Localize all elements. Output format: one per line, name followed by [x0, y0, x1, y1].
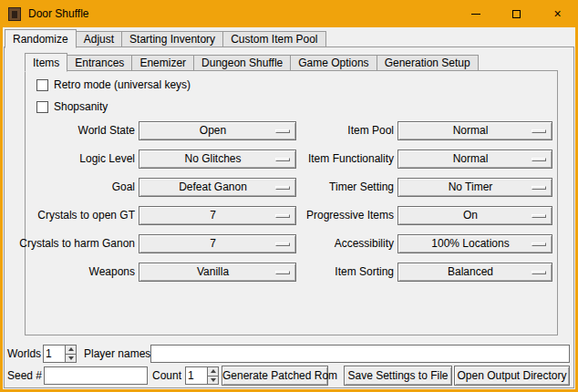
tab-game-options[interactable]: Game Options: [290, 55, 377, 71]
dropdown-indicator-icon: [532, 158, 546, 161]
app-icon: [8, 7, 21, 21]
settings-row: Weapons Vanilla Item Sorting Balanced: [3, 263, 575, 282]
settings-tabbar: Items Entrances Enemizer Dungeon Shuffle…: [25, 53, 479, 71]
tab-adjust[interactable]: Adjust: [76, 31, 122, 47]
worlds-input[interactable]: [43, 345, 65, 363]
progressive-items-dropdown[interactable]: On: [397, 206, 552, 225]
maximize-button[interactable]: [496, 0, 537, 27]
goal-label: Goal: [12, 178, 135, 197]
dropdown-value: 100% Locations: [398, 235, 552, 253]
progressive-items-label: Progressive Items: [258, 206, 394, 225]
dropdown-value: Normal: [398, 150, 552, 168]
spin-up-button[interactable]: [65, 345, 77, 355]
crystals-ganon-label: Crystals to harm Ganon: [12, 234, 135, 253]
minimize-button[interactable]: [455, 0, 496, 27]
timer-setting-dropdown[interactable]: No Timer: [397, 178, 552, 197]
seed-input[interactable]: [44, 366, 148, 385]
arrow-down-icon: [211, 378, 216, 382]
item-functionality-label: Item Functionality: [258, 150, 394, 169]
logic-level-label: Logic Level: [12, 150, 135, 169]
maximize-icon: [512, 10, 521, 18]
seed-label: Seed #: [7, 366, 42, 385]
minimize-icon: [471, 14, 480, 15]
checkbox-label: Retro mode (universal keys): [54, 78, 191, 91]
dropdown-indicator-icon: [532, 271, 546, 274]
item-pool-dropdown[interactable]: Normal: [397, 121, 552, 140]
save-settings-button[interactable]: Save Settings to File: [344, 366, 452, 386]
count-input[interactable]: [185, 366, 207, 385]
checkbox-box-icon[interactable]: [36, 101, 48, 113]
item-functionality-dropdown[interactable]: Normal: [397, 150, 552, 169]
timer-setting-label: Timer Setting: [258, 178, 394, 197]
tab-starting-inventory[interactable]: Starting Inventory: [121, 31, 223, 47]
dropdown-value: Normal: [398, 122, 552, 139]
app-window: Door Shuffle × Randomize Adjust Starting…: [0, 0, 578, 392]
retro-mode-checkbox[interactable]: Retro mode (universal keys): [36, 78, 191, 91]
accessibility-label: Accessibility: [258, 234, 394, 253]
arrow-up-icon: [211, 369, 216, 373]
checkbox-box-icon[interactable]: [36, 79, 48, 91]
tab-entrances[interactable]: Entrances: [67, 55, 132, 71]
settings-row: Crystals to harm Ganon 7 Accessibility 1…: [3, 234, 575, 253]
tab-generation-setup[interactable]: Generation Setup: [377, 55, 479, 71]
arrow-up-icon: [68, 347, 74, 351]
spin-down-button[interactable]: [65, 355, 77, 364]
arrow-down-icon: [68, 356, 74, 360]
dropdown-indicator-icon: [532, 129, 546, 133]
item-pool-label: Item Pool: [258, 121, 394, 140]
generate-patched-rom-button[interactable]: Generate Patched Rom: [222, 366, 328, 386]
tab-custom-item-pool[interactable]: Custom Item Pool: [222, 31, 325, 47]
count-spinner: [185, 366, 219, 385]
player-names-label: Player names: [84, 345, 150, 363]
open-output-directory-button[interactable]: Open Output Directory: [454, 366, 570, 386]
window-title: Door Shuffle: [28, 7, 89, 20]
close-icon: ×: [553, 7, 561, 20]
accessibility-dropdown[interactable]: 100% Locations: [397, 234, 552, 253]
dropdown-indicator-icon: [532, 242, 546, 246]
worlds-label: Worlds: [7, 345, 41, 363]
main-tabbar: Randomize Adjust Starting Inventory Cust…: [5, 29, 326, 47]
item-sorting-label: Item Sorting: [258, 263, 394, 282]
crystals-gt-label: Crystals to open GT: [12, 206, 135, 225]
client-area: Randomize Adjust Starting Inventory Cust…: [3, 27, 575, 389]
tab-items[interactable]: Items: [25, 53, 67, 72]
caption-buttons: ×: [455, 0, 578, 27]
dropdown-value: No Timer: [398, 179, 552, 196]
settings-row: World State Open Item Pool Normal: [3, 121, 575, 140]
settings-row: Goal Defeat Ganon Timer Setting No Timer: [3, 178, 575, 197]
tab-randomize[interactable]: Randomize: [5, 29, 77, 48]
count-label: Count: [152, 366, 181, 385]
spin-down-button[interactable]: [207, 377, 219, 386]
tab-dungeon-shuffle[interactable]: Dungeon Shuffle: [193, 55, 291, 71]
weapons-label: Weapons: [12, 263, 135, 282]
dropdown-value: On: [398, 207, 552, 224]
worlds-spinner-arrows: [65, 345, 77, 363]
shopsanity-checkbox[interactable]: Shopsanity: [36, 100, 108, 113]
dropdown-indicator-icon: [532, 186, 546, 190]
settings-row: Logic Level No Glitches Item Functionali…: [3, 150, 575, 169]
checkbox-label: Shopsanity: [54, 100, 108, 113]
tab-enemizer[interactable]: Enemizer: [131, 55, 194, 71]
close-button[interactable]: ×: [537, 0, 578, 27]
dropdown-value: Balanced: [398, 263, 552, 281]
worlds-spinner: [43, 345, 77, 363]
spin-up-button[interactable]: [207, 366, 219, 377]
titlebar: Door Shuffle ×: [0, 0, 578, 27]
item-sorting-dropdown[interactable]: Balanced: [397, 263, 552, 282]
dropdown-indicator-icon: [532, 214, 546, 218]
player-names-input[interactable]: [150, 345, 570, 363]
settings-row: Crystals to open GT 7 Progressive Items …: [3, 206, 575, 225]
world-state-label: World State: [12, 121, 135, 140]
count-spinner-arrows: [207, 366, 219, 385]
